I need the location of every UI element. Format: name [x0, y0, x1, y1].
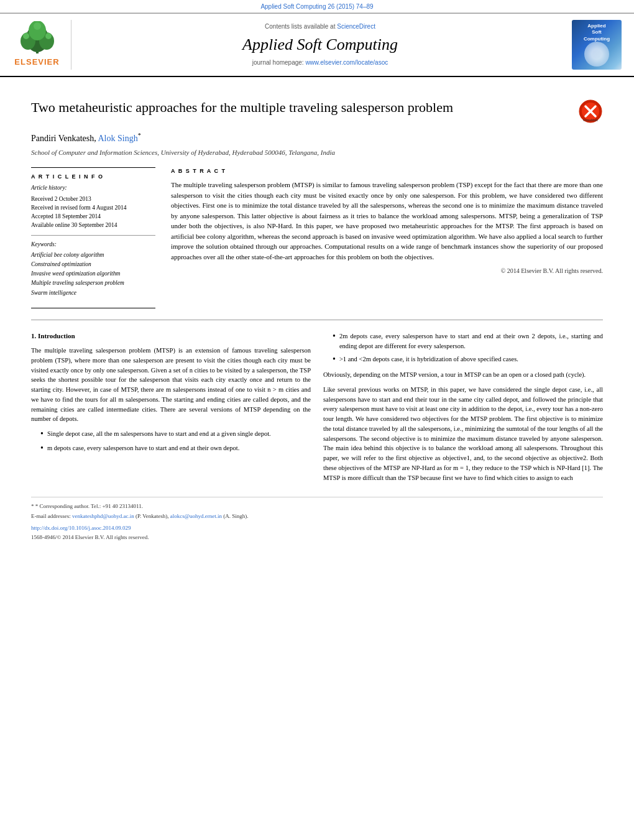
revised: Received in revised form 4 August 2014	[31, 203, 155, 212]
keyword-3: Invasive weed optimization algorithm	[31, 269, 155, 279]
main-content: Two metaheuristic approaches for the mul…	[0, 77, 634, 556]
bullet-text-1: Single depot case, all the m salesperson…	[47, 429, 311, 440]
logo-box-circle-icon	[584, 42, 609, 67]
right-paragraph-2: Like several previous works on MTSP, in …	[323, 385, 603, 483]
email1-link[interactable]: venkateshphd@uohyd.ac.in	[72, 513, 134, 519]
bullet-list-right: • 2m depots case, every salesperson have…	[333, 331, 603, 365]
email1-suffix: (P. Venkatesh),	[136, 513, 169, 519]
journal-logo-box: Applied Soft Computing	[572, 20, 622, 70]
email-line: E-mail addresses: venkateshphd@uohyd.ac.…	[31, 512, 603, 520]
bullet-list: • Single depot case, all the m salespers…	[40, 429, 311, 454]
article-info-title: A R T I C L E I N F O	[31, 173, 155, 181]
copyright-line: © 2014 Elsevier B.V. All rights reserved…	[171, 267, 603, 275]
svg-point-7	[34, 22, 41, 30]
article-keywords: Keywords: Artificial bee colony algorith…	[31, 241, 155, 298]
bullet-item-3: • 2m depots case, every salesperson have…	[333, 331, 603, 351]
keyword-2: Constrained optimization	[31, 260, 155, 269]
abstract-title: A B S T R A C T	[171, 167, 603, 175]
intro-paragraph-1: The multiple traveling salesperson probl…	[31, 346, 311, 424]
keyword-5: Swarm intelligence	[31, 288, 155, 298]
body-two-col: 1. Introduction The multiple traveling s…	[31, 331, 603, 488]
email2-link[interactable]: alokcs@uohyd.ernet.in	[170, 513, 222, 519]
article-dates: Received 2 October 2013 Received in revi…	[31, 195, 155, 230]
accepted: Accepted 18 September 2014	[31, 212, 155, 221]
corresponding-author: * * Corresponding author. Tel.: +91 40 2…	[31, 502, 603, 510]
body-left-col: 1. Introduction The multiple traveling s…	[31, 331, 311, 488]
body-right-col: • 2m depots case, every salesperson have…	[323, 331, 603, 488]
issn-line: 1568-4946/© 2014 Elsevier B.V. All right…	[31, 533, 603, 542]
keywords-list: Artificial bee colony algorithm Constrai…	[31, 251, 155, 298]
sciencedirect-prefix: Contents lists available at	[265, 23, 337, 30]
journal-center: Contents lists available at ScienceDirec…	[78, 20, 563, 70]
article-title-section: Two metaheuristic approaches for the mul…	[31, 99, 603, 124]
author-names: Pandiri Venkatesh, Alok Singh*	[31, 134, 141, 143]
email2-suffix: (A. Singh).	[223, 513, 248, 519]
elsevier-tree-icon	[12, 21, 62, 55]
authors: Pandiri Venkatesh, Alok Singh*	[31, 131, 603, 144]
available: Available online 30 September 2014	[31, 221, 155, 229]
issn-text: 1568-4946/© 2014 Elsevier B.V. All right…	[31, 534, 149, 540]
bullet-dot-3: •	[333, 331, 336, 351]
bullet-item-1: • Single depot case, all the m salespers…	[40, 429, 311, 440]
abstract-text: The multiple traveling salesperson probl…	[171, 180, 603, 262]
logo-box-text: Applied Soft Computing	[584, 23, 610, 42]
abstract-col: A B S T R A C T The multiple traveling s…	[171, 167, 603, 308]
journal-logo-right: Applied Soft Computing	[569, 20, 625, 70]
corresponding-author-text: * Corresponding author. Tel.: +91 40 231…	[35, 503, 143, 509]
received-1: Received 2 October 2013	[31, 195, 155, 203]
homepage-prefix: journal homepage:	[252, 59, 306, 66]
top-bar: Applied Soft Computing 26 (2015) 74–89	[0, 0, 634, 13]
article-info-box: A R T I C L E I N F O Article history: R…	[31, 167, 155, 308]
divider-1	[31, 235, 155, 236]
bullet-text-3: 2m depots case, every salesperson have t…	[339, 331, 603, 351]
email-prefix: E-mail addresses:	[31, 513, 72, 519]
bullet-dot-4: •	[333, 354, 336, 365]
svg-point-6	[45, 33, 52, 39]
article-title: Two metaheuristic approaches for the mul…	[31, 99, 569, 117]
elsevier-logo: ELSEVIER	[9, 20, 71, 70]
homepage-line: journal homepage: www.elsevier.com/locat…	[78, 58, 563, 67]
section-separator-1	[31, 320, 603, 320]
affiliation: School of Computer and Information Scien…	[31, 148, 603, 157]
doi-link[interactable]: http://dx.doi.org/10.1016/j.asoc.2014.09…	[31, 525, 131, 531]
sciencedirect-line: Contents lists available at ScienceDirec…	[78, 22, 563, 31]
crossmark-badge[interactable]: CrossMark	[578, 99, 603, 124]
history-label: Article history:	[31, 184, 155, 192]
right-paragraph-1: Obviously, depending on the MTSP version…	[323, 370, 603, 380]
crossmark-icon: CrossMark	[579, 99, 602, 123]
article-info-col: A R T I C L E I N F O Article history: R…	[31, 167, 155, 308]
bullet-item-2: • m depots case, every salesperson have …	[40, 443, 311, 454]
abstract-section: A B S T R A C T The multiple traveling s…	[171, 167, 603, 276]
author-asterisk: *	[138, 132, 141, 139]
journal-title-header: Applied Soft Computing	[78, 34, 563, 56]
elsevier-label: ELSEVIER	[14, 57, 59, 68]
author-alok-link[interactable]: Alok Singh	[98, 134, 137, 143]
doi-line: http://dx.doi.org/10.1016/j.asoc.2014.09…	[31, 524, 603, 532]
journal-header: ELSEVIER Contents lists available at Sci…	[0, 13, 634, 77]
keywords-label: Keywords:	[31, 241, 155, 249]
article-info-abstract-row: A R T I C L E I N F O Article history: R…	[31, 167, 603, 308]
section1-heading: 1. Introduction	[31, 331, 311, 341]
bullet-text-4: >1 and <2m depots case, it is hybridizat…	[339, 354, 603, 365]
article-history: Article history: Received 2 October 2013…	[31, 184, 155, 229]
keyword-4: Multiple traveling salesperson problem	[31, 279, 155, 288]
bullet-item-4: • >1 and <2m depots case, it is hybridiz…	[333, 354, 603, 365]
journal-citation: Applied Soft Computing 26 (2015) 74–89	[260, 3, 373, 10]
footer-section: * * Corresponding author. Tel.: +91 40 2…	[31, 497, 603, 541]
footnote-asterisk: *	[31, 503, 35, 509]
svg-point-5	[23, 33, 29, 39]
bullet-dot-1: •	[40, 429, 44, 440]
page-wrapper: Applied Soft Computing 26 (2015) 74–89 E…	[0, 0, 634, 840]
svg-text:CrossMark: CrossMark	[583, 118, 599, 122]
bullet-text-2: m depots case, every salesperson have to…	[47, 443, 311, 454]
sciencedirect-link[interactable]: ScienceDirect	[337, 23, 375, 30]
homepage-link[interactable]: www.elsevier.com/locate/asoc	[305, 59, 388, 66]
bullet-dot-2: •	[40, 443, 44, 454]
keyword-1: Artificial bee colony algorithm	[31, 251, 155, 260]
